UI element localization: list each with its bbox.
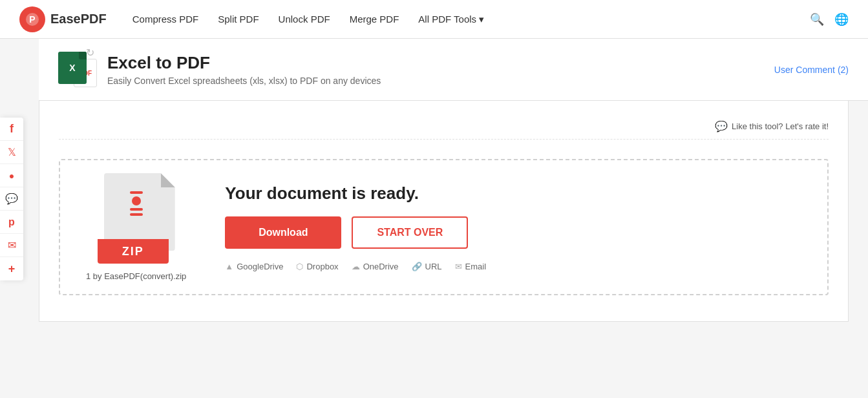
nav-all-tools[interactable]: All PDF Tools ▾ [418, 14, 484, 25]
rate-bar: 💬 Like this tool? Let's rate it! [59, 114, 829, 140]
whatsapp-icon: 💬 [5, 193, 18, 205]
reddit-icon: ● [9, 171, 14, 181]
email-action[interactable]: ✉ Email [455, 262, 487, 271]
file-icons: X PDF ↻ [58, 52, 97, 87]
user-comment-link[interactable]: User Comment (2) [774, 65, 849, 75]
zip-label: ZIP [98, 239, 169, 264]
logo-icon: P [19, 6, 45, 32]
header-icons: 🔍 🌐 [810, 12, 849, 26]
page-description: Easily Convert Excel spreadsheets (xls, … [107, 76, 381, 86]
zip-corner-fold [161, 173, 175, 187]
nav-merge-pdf[interactable]: Merge PDF [350, 14, 399, 25]
search-icon[interactable]: 🔍 [810, 12, 824, 26]
social-twitter[interactable]: 𝕏 [0, 141, 23, 164]
zip-icon: ZIP [98, 173, 175, 264]
speech-bubble-icon: 💬 [715, 120, 728, 132]
result-right: Your document is ready. Download START O… [225, 183, 486, 271]
twitter-icon: 𝕏 [8, 146, 16, 158]
facebook-icon: f [10, 122, 14, 136]
page-header-left: X PDF ↻ Excel to PDF Easily Convert Exce… [58, 52, 381, 87]
nav-split-pdf[interactable]: Split PDF [218, 14, 259, 25]
logo-text: EasePDF [50, 12, 107, 26]
rate-link[interactable]: 💬 Like this tool? Let's rate it! [715, 120, 829, 132]
page-title: Excel to PDF [107, 53, 381, 73]
nav-unlock-pdf[interactable]: Unlock PDF [279, 14, 330, 25]
ready-text: Your document is ready. [225, 183, 419, 204]
social-facebook[interactable]: f [0, 118, 23, 141]
googledrive-action[interactable]: ▲ GoogleDrive [225, 262, 283, 271]
social-email[interactable]: ✉ [0, 234, 23, 257]
page-header: X PDF ↻ Excel to PDF Easily Convert Exce… [39, 39, 868, 101]
url-action[interactable]: 🔗 URL [412, 262, 442, 271]
svg-text:P: P [29, 14, 35, 25]
secondary-actions: ▲ GoogleDrive ⬡ Dropbox ☁ OneDrive 🔗 [225, 262, 486, 271]
page-title-area: Excel to PDF Easily Convert Excel spread… [107, 53, 381, 86]
dropbox-icon: ⬡ [296, 262, 303, 271]
zip-file-container: ZIP 1 by EasePDF(convert).zip [86, 173, 186, 281]
excel-icon: X [58, 52, 87, 84]
zip-filename: 1 by EasePDF(convert).zip [86, 271, 186, 281]
start-over-button[interactable]: START OVER [352, 216, 468, 249]
chevron-down-icon: ▾ [479, 14, 484, 25]
download-button[interactable]: Download [225, 216, 341, 249]
zipper-decoration [130, 191, 143, 216]
result-container: ZIP 1 by EasePDF(convert).zip Your docum… [59, 159, 829, 295]
tool-area: 💬 Like this tool? Let's rate it! [39, 101, 849, 322]
social-pinterest[interactable]: p [0, 211, 23, 234]
social-more[interactable]: + [0, 257, 23, 280]
pinterest-icon: p [8, 216, 15, 228]
email-icon: ✉ [8, 239, 16, 251]
logo-area[interactable]: P EasePDF [19, 6, 107, 32]
onedrive-action[interactable]: ☁ OneDrive [352, 262, 399, 271]
googledrive-icon: ▲ [225, 262, 233, 271]
globe-icon[interactable]: 🌐 [834, 12, 849, 26]
social-reddit[interactable]: ● [0, 164, 23, 187]
email-action-icon: ✉ [455, 262, 462, 271]
main-nav: Compress PDF Split PDF Unlock PDF Merge … [132, 14, 810, 25]
result-area: ZIP 1 by EasePDF(convert).zip Your docum… [60, 160, 827, 294]
dropbox-action[interactable]: ⬡ Dropbox [296, 262, 338, 271]
more-icon: + [8, 262, 16, 276]
convert-arrow-icon: ↻ [86, 47, 94, 59]
nav-compress-pdf[interactable]: Compress PDF [132, 14, 199, 25]
tool-inner: 💬 Like this tool? Let's rate it! [39, 101, 848, 321]
onedrive-icon: ☁ [352, 262, 360, 271]
action-buttons: Download START OVER [225, 216, 468, 249]
header: P EasePDF Compress PDF Split PDF Unlock … [0, 0, 868, 39]
social-whatsapp[interactable]: 💬 [0, 187, 23, 211]
social-sidebar: f 𝕏 ● 💬 p ✉ + [0, 118, 23, 280]
url-icon: 🔗 [412, 262, 422, 271]
